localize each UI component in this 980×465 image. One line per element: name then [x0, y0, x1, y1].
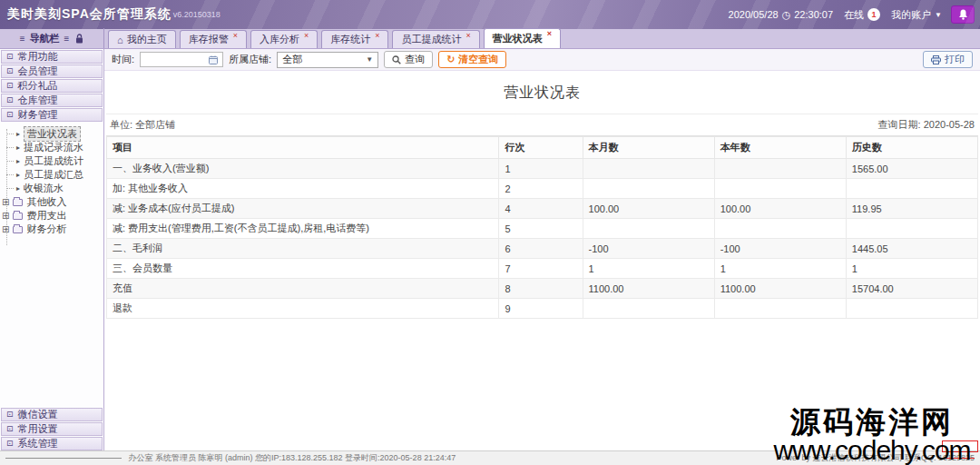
expand-plus-icon[interactable]: ⊞: [2, 212, 9, 221]
sidebar-section-finance[interactable]: ⊡ 财务管理: [1, 108, 103, 122]
table-row: 一、业务收入(营业额) 1 1565.00: [107, 159, 978, 179]
search-button[interactable]: 查询: [384, 51, 433, 68]
sidebar-section-warehouse[interactable]: ⊡ 仓库管理: [1, 94, 103, 107]
cell-year: -100: [714, 239, 846, 259]
cell-line: 6: [499, 239, 583, 259]
tab-label: 我的主页: [127, 33, 167, 46]
time-field[interactable]: [140, 52, 223, 67]
section-label: 仓库管理: [18, 94, 58, 107]
sidebar-section-common-settings[interactable]: ⊡ 常用设置: [1, 422, 103, 436]
sidebar-section-points-gifts[interactable]: ⊡ 积分礼品: [1, 79, 103, 93]
sidebar-folder-other-income[interactable]: ⊞ 其他收入: [2, 195, 103, 209]
section-label: 财务管理: [18, 108, 58, 122]
expand-plus-icon[interactable]: ⊞: [2, 225, 9, 234]
close-icon[interactable]: ×: [466, 31, 470, 40]
cell-history: [846, 179, 977, 199]
section-label: 微信设置: [18, 408, 58, 421]
account-menu[interactable]: 我的账户 ▼: [891, 8, 942, 22]
sidebar-item-commission-records[interactable]: ▸ 提成记录流水: [9, 141, 103, 154]
cell-history: [846, 299, 977, 319]
cell-year: [714, 179, 846, 199]
cell-month: [583, 299, 714, 319]
cell-item: 一、业务收入(营业额): [107, 159, 499, 179]
sidebar-section-common[interactable]: ⊡ 常用功能: [1, 50, 103, 64]
cell-year: [714, 159, 846, 179]
clear-search-button[interactable]: ↻ 清空查询: [438, 51, 506, 68]
folder-icon: [13, 226, 23, 233]
cell-year: 1: [714, 259, 846, 279]
tab-label: 库存统计: [330, 33, 370, 46]
tree-arrow-icon: ▸: [16, 130, 20, 138]
tab-label: 员工提成统计: [401, 33, 461, 46]
powered-by-text: Power by 连云港信软科技有限公司 联系QQ:: [776, 453, 936, 462]
section-label: 常用功能: [18, 50, 58, 64]
folder-label: 其他收入: [26, 195, 66, 209]
sidebar-item-staff-commission-summary[interactable]: ▸ 员工提成汇总: [9, 168, 103, 182]
folder-icon: [13, 199, 23, 206]
section-label: 系统管理: [18, 437, 58, 450]
search-icon: [392, 55, 401, 64]
sidebar-folder-expenses[interactable]: ⊞ 费用支出: [2, 209, 103, 223]
cell-history: 1445.05: [846, 239, 977, 259]
column-header-year: 本年数: [714, 137, 846, 159]
print-button[interactable]: 打印: [923, 51, 973, 68]
sidebar-section-wechat-settings[interactable]: ⊡ 微信设置: [1, 408, 103, 421]
status-bar: 办公室 系统管理员 陈寒明 (admin) 您的IP:183.128.255.1…: [0, 450, 980, 465]
tab-stock-stats[interactable]: 库存统计 ×: [321, 30, 388, 48]
sidebar-section-system-admin[interactable]: ⊡ 系统管理: [1, 437, 103, 450]
refresh-icon: ↻: [446, 54, 455, 65]
sidebar-item-staff-commission-stats[interactable]: ▸ 员工提成统计: [9, 154, 103, 168]
store-label: 所属店铺:: [229, 53, 271, 66]
cell-item: 减: 费用支出(管理费用,工资(不含员工提成),房租,电话费等): [107, 219, 499, 239]
nav-toggle[interactable]: ≡ 导航栏 ≡: [0, 28, 104, 48]
section-label: 会员管理: [18, 64, 58, 78]
tree-arrow-icon: ▸: [16, 143, 20, 152]
table-row: 二、毛利润 6 -100 -100 1445.05: [107, 239, 978, 259]
table-row: 充值 8 1100.00 1100.00 15704.00: [107, 279, 978, 299]
close-icon[interactable]: ×: [375, 31, 379, 40]
cell-history: 1565.00: [846, 159, 977, 179]
tab-inbound-analysis[interactable]: 入库分析 ×: [250, 30, 318, 48]
app-title: 美时美刻SPA会所管理系统: [7, 6, 172, 23]
tree-arrow-icon: ▸: [16, 157, 20, 165]
sidebar: ⊡ 常用功能 ⊡ 会员管理 ⊡ 积分礼品 ⊡ 仓库管理 ⊡ 财务管理 ▸ 营业状…: [0, 49, 104, 450]
clear-button-label: 清空查询: [458, 53, 498, 66]
sidebar-item-cashier-flow[interactable]: ▸ 收银流水: [9, 182, 103, 195]
notification-button[interactable]: [951, 5, 975, 24]
lock-icon[interactable]: [75, 34, 83, 44]
tab-home[interactable]: ⌂ 我的主页: [108, 30, 176, 48]
cell-year: [714, 299, 846, 319]
tab-bar: ≡ 导航栏 ≡ ⌂ 我的主页 库存报警 × 入库分析 × 库存统计: [0, 29, 980, 49]
close-icon[interactable]: ×: [233, 31, 238, 40]
tab-stock-alert[interactable]: 库存报警 ×: [180, 30, 247, 48]
cell-line: 4: [499, 199, 583, 219]
chevron-down-icon: ▼: [935, 11, 942, 19]
column-header-line: 行次: [499, 137, 583, 159]
close-icon[interactable]: ×: [304, 31, 309, 40]
sidebar-section-members[interactable]: ⊡ 会员管理: [1, 64, 103, 78]
tree-arrow-icon: ▸: [16, 184, 20, 193]
cell-item: 充值: [107, 279, 499, 299]
calendar-icon[interactable]: [209, 55, 218, 64]
close-icon[interactable]: ×: [547, 29, 552, 38]
tab-staff-commission-stats[interactable]: 员工提成统计 ×: [392, 30, 479, 48]
folder-label: 费用支出: [26, 209, 66, 223]
header-time: 22:30:07: [794, 9, 833, 20]
store-select[interactable]: 全部 ▼: [277, 52, 378, 68]
printer-icon: [931, 55, 941, 64]
table-row: 三、会员数量 7 1 1 1: [107, 259, 978, 279]
tab-business-status[interactable]: 营业状况表 ×: [484, 28, 561, 48]
print-button-label: 打印: [945, 53, 965, 66]
cell-history: 119.95: [846, 199, 977, 219]
tab-label: 入库分析: [260, 33, 299, 46]
menu-icon: ≡: [64, 34, 70, 44]
top-header: 美时美刻SPA会所管理系统 v6.20150318 2020/05/28 ◷ 2…: [0, 0, 980, 29]
time-input[interactable]: [143, 54, 209, 64]
sidebar-item-business-status[interactable]: ▸ 营业状况表: [9, 127, 103, 141]
report-title: 营业状况表: [104, 84, 980, 103]
sidebar-folder-finance-analysis[interactable]: ⊞ 财务分析: [2, 223, 103, 236]
table-row: 退款 9: [107, 299, 978, 319]
tree-arrow-icon: ▸: [16, 171, 20, 179]
header-datetime: 2020/05/28 ◷ 22:30:07: [729, 9, 834, 21]
expand-plus-icon[interactable]: ⊞: [2, 198, 9, 207]
